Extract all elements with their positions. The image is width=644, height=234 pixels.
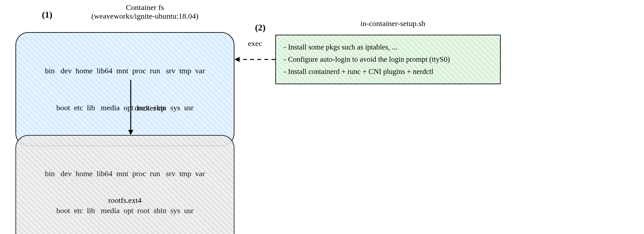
arrow-exec [234, 56, 275, 63]
fs-row2: boot etc lib media opt root sbin sys usr [23, 204, 227, 217]
script-step: Install some pkgs such as iptables, ... [284, 41, 492, 53]
step-number-1: (1) [42, 10, 52, 20]
arrow-docker-cp [128, 80, 134, 135]
rootfs-caption: rootfs.ext4 [15, 196, 234, 205]
fs-listing-bottom: bin dev home lib64 mnt proc run srv tmp … [16, 136, 234, 234]
script-steps: Install some pkgs such as iptables, ... … [276, 35, 500, 84]
docker-cp-label: docker cp [135, 104, 165, 113]
fs-row1: bin dev home lib64 mnt proc run srv tmp … [23, 65, 227, 77]
svg-marker-1 [234, 57, 240, 62]
script-step: Configure auto-login to avoid the login … [284, 53, 492, 66]
containerfs-title-block: Container fs (weaveworks/ignite-ubuntu:1… [64, 3, 225, 21]
containerfs-box: bin dev home lib64 mnt proc run srv tmp … [15, 32, 234, 146]
exec-label: exec [248, 39, 262, 48]
svg-marker-3 [128, 130, 133, 135]
rootfs-box: bin dev home lib64 mnt proc run srv tmp … [15, 135, 234, 234]
fs-listing-top: bin dev home lib64 mnt proc run srv tmp … [16, 33, 234, 146]
fs-row2: boot etc lib media opt root sbin sys usr [23, 102, 227, 114]
script-box: Install some pkgs such as iptables, ... … [275, 35, 501, 84]
containerfs-title: Container fs [64, 3, 225, 12]
containerfs-subtitle: (weaveworks/ignite-ubuntu:18.04) [64, 12, 225, 21]
script-step: Install containerd + runc + CNI plugins … [284, 66, 492, 78]
step-number-2: (2) [255, 22, 266, 33]
script-title: in-container-setup.sh [328, 19, 457, 28]
fs-row1: bin dev home lib64 mnt proc run srv tmp … [23, 167, 227, 180]
